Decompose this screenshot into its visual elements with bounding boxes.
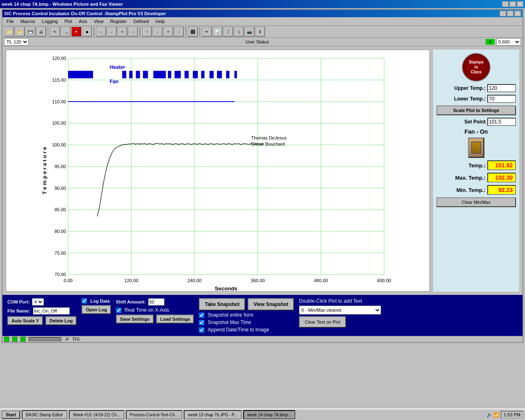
menu-bar: File Macros Logging Plot Axis View Regis…: [2, 17, 523, 26]
fan-toggle[interactable]: [468, 137, 484, 158]
tb-stop[interactable]: ■: [82, 27, 92, 37]
outer-maximize-btn[interactable]: □: [509, 1, 516, 7]
svg-text:240.00: 240.00: [187, 278, 201, 283]
taskbar-week13-jpg[interactable]: week 13 chap 7b.JPG - P...: [184, 410, 241, 419]
svg-rect-47: [175, 71, 181, 78]
realtime-label: Real Time on X-Axis: [125, 307, 169, 313]
outer-minimize-btn[interactable]: _: [502, 1, 509, 7]
start-button[interactable]: Start: [2, 411, 20, 419]
clear-text-row: Clear Text on Plot: [299, 316, 381, 328]
svg-rect-50: [201, 71, 204, 78]
delete-log-button[interactable]: Delete Log: [46, 316, 77, 325]
lower-temp-label: Lower Temp.:: [436, 96, 486, 102]
take-view-snapshot-row: Take Snapshot View Snapshot: [199, 298, 294, 310]
menu-file[interactable]: File: [3, 18, 17, 25]
tb-import[interactable]: ⤵: [234, 27, 244, 37]
append-date-checkbox[interactable]: [199, 327, 204, 333]
inner-maximize-btn[interactable]: □: [507, 11, 514, 16]
scale-dropdown[interactable]: 70, 120: [4, 38, 29, 46]
rate-dropdown[interactable]: 0.600: [496, 38, 521, 46]
tb-zoom[interactable]: 🔍: [61, 27, 71, 37]
menu-help[interactable]: Help: [152, 18, 168, 25]
max-temp-row: Max. Temp.: 102.30: [436, 173, 516, 183]
upper-temp-label: Upper Temp.:: [436, 85, 486, 91]
taskbar-process-control[interactable]: Process-Control-Text-Ch...: [126, 410, 183, 419]
lower-temp-input[interactable]: [487, 95, 516, 103]
tb-scale[interactable]: ⬛: [188, 27, 198, 37]
tb-run[interactable]: ●: [71, 27, 81, 37]
menu-defined[interactable]: Defined: [130, 18, 152, 25]
tb-down[interactable]: ↓: [174, 27, 184, 37]
taskbar-week14[interactable]: week 14 chap 7A.bmp...: [243, 410, 295, 419]
status-sq3: [21, 337, 25, 342]
menu-macros[interactable]: Macros: [17, 18, 39, 25]
tb-plus-v[interactable]: +: [163, 27, 173, 37]
tb-save[interactable]: 💾: [25, 27, 35, 37]
tb-new[interactable]: 📁: [4, 27, 14, 37]
svg-text:Fan: Fan: [110, 79, 119, 84]
svg-rect-0: [39, 50, 397, 291]
realtime-row: Real Time on X-Axis: [116, 307, 194, 313]
chart-area[interactable]: T e m p e r a t u r e: [6, 50, 430, 292]
svg-rect-51: [210, 71, 214, 78]
tb-print[interactable]: 🖨: [36, 27, 46, 37]
snapshot-entire-checkbox[interactable]: [199, 313, 204, 318]
com-port-label: COM Port:: [7, 299, 30, 304]
view-snapshot-button[interactable]: View Snapshot: [248, 298, 294, 310]
tb-pen[interactable]: ✏: [202, 27, 212, 37]
com-port-select[interactable]: 4: [32, 298, 44, 306]
take-snapshot-button[interactable]: Take Snapshot: [199, 298, 245, 310]
tb-info[interactable]: ℹ: [255, 27, 265, 37]
shift-section: Shift Amount: Real Time on X-Axis Save S…: [116, 298, 194, 324]
load-settings-button[interactable]: Load Settings: [156, 315, 194, 324]
outer-title-buttons: _ □ ×: [502, 1, 523, 7]
realtime-checkbox[interactable]: [116, 308, 121, 313]
tb-cursor[interactable]: ↖: [50, 27, 60, 37]
save-settings-button[interactable]: Save Settings: [116, 315, 154, 324]
outer-close-btn[interactable]: ×: [517, 1, 523, 7]
status-green-indicator: 0: [486, 39, 495, 45]
tb-left[interactable]: ←: [96, 27, 106, 37]
taskbar-basic-stamp[interactable]: BASIC Stamp Editor: [22, 410, 67, 419]
tb-camera[interactable]: 📷: [244, 27, 254, 37]
clear-minmax-button[interactable]: Clear Min/Max: [436, 197, 516, 207]
bottom-panel: COM Port: 4 File Name: Auto Scale Y Dele…: [2, 295, 523, 336]
log-data-checkbox[interactable]: [82, 298, 87, 304]
setpoint-input[interactable]: [487, 118, 516, 126]
tb-right[interactable]: →: [128, 27, 138, 37]
menu-plot[interactable]: Plot: [61, 18, 75, 25]
open-log-button[interactable]: Open Log: [82, 305, 111, 314]
min-temp-row: Min. Temp.: 92.23: [436, 185, 516, 195]
current-temp-label: Temp.:: [436, 162, 486, 169]
svg-text:600.00: 600.00: [377, 278, 391, 283]
taskbar-week13[interactable]: Week #13: (4/18-22) Ch...: [69, 410, 124, 419]
tb-up[interactable]: ↑: [142, 27, 152, 37]
toolbar: 📁 📂 💾 🖨 ↖ 🔍 ● ■ ← - + → ↑ - + ↓ ⬛ ✏ 📊 ⤴ …: [2, 26, 523, 38]
tb-minus-v[interactable]: -: [153, 27, 162, 37]
toolbar-sep3: [139, 27, 140, 37]
tb-chart[interactable]: 📊: [212, 27, 222, 37]
auto-scale-button[interactable]: Auto Scale Y: [7, 316, 43, 325]
inner-close-btn[interactable]: ×: [514, 11, 521, 16]
menu-view[interactable]: View: [91, 18, 107, 25]
toolbar-sep4: [185, 27, 186, 37]
menu-logging[interactable]: Logging: [39, 18, 61, 25]
clear-text-button[interactable]: Clear Text on Plot: [299, 316, 346, 328]
tb-plus-h[interactable]: +: [117, 27, 127, 37]
svg-text:100.00: 100.00: [52, 142, 66, 147]
snapshot-max-checkbox[interactable]: [199, 320, 204, 325]
inner-minimize-btn[interactable]: _: [500, 11, 506, 16]
menu-register[interactable]: Register: [107, 18, 130, 25]
svg-text:115.00: 115.00: [52, 78, 66, 82]
tb-export[interactable]: ⤴: [223, 27, 233, 37]
text-dropdown[interactable]: X - Min/Max cleared: [299, 306, 381, 315]
svg-text:120.00: 120.00: [124, 278, 138, 283]
snapshot-max-row: Snapshot Max Time: [199, 320, 294, 325]
tb-minus[interactable]: -: [107, 27, 116, 37]
scale-plot-button[interactable]: Scale Plot to Settings: [436, 105, 516, 115]
tb-open[interactable]: 📂: [15, 27, 25, 37]
file-name-input[interactable]: [33, 307, 70, 315]
upper-temp-input[interactable]: [487, 84, 516, 92]
menu-axis[interactable]: Axis: [75, 18, 91, 25]
shift-amount-input[interactable]: [148, 298, 164, 306]
